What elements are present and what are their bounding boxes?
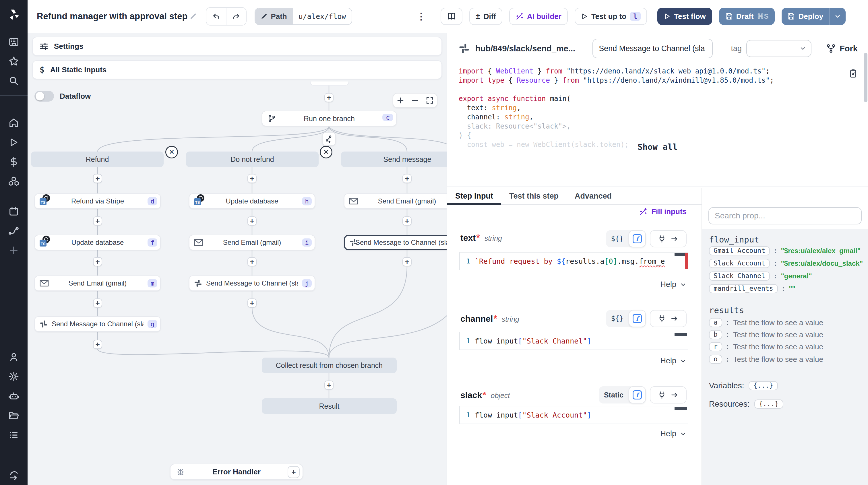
- tab-advanced[interactable]: Advanced: [575, 188, 612, 204]
- redo-button[interactable]: [226, 8, 246, 25]
- search-icon[interactable]: [4, 71, 24, 91]
- deploy-dropdown-chevron-icon[interactable]: [829, 8, 846, 25]
- branch-header-send-message[interactable]: Send message: [341, 152, 447, 167]
- javascript-mode-toggle[interactable]: f: [629, 386, 646, 403]
- edit-title-pencil-icon[interactable]: [190, 13, 197, 20]
- node-refund-via-stripe[interactable]: TS Refund via Stripe d: [34, 193, 161, 209]
- editor-scrollbar-thumb[interactable]: [675, 407, 687, 410]
- folders-icon[interactable]: [4, 406, 24, 425]
- arrow-right-icon[interactable]: [671, 315, 679, 323]
- add-step-button[interactable]: [402, 174, 412, 183]
- add-step-button[interactable]: [247, 216, 257, 226]
- variables-row[interactable]: Variables:{...}: [709, 381, 778, 390]
- arrow-right-icon[interactable]: [671, 235, 679, 243]
- plug-connect-icon[interactable]: [658, 235, 666, 243]
- node-send-email[interactable]: Send Email (gmail): [344, 193, 447, 209]
- template-mode-toggle[interactable]: ${}: [606, 315, 629, 323]
- zoom-in-icon[interactable]: [397, 97, 404, 104]
- channel-expression-editor[interactable]: 1 flow_input["Slack Channel"]: [459, 332, 688, 350]
- add-step-button[interactable]: [93, 174, 102, 183]
- template-mode-toggle[interactable]: ${}: [606, 235, 629, 243]
- workspace-icon[interactable]: [4, 32, 24, 52]
- search-prop-input[interactable]: [708, 207, 862, 224]
- fill-inputs-button[interactable]: Fill inputs: [639, 207, 687, 216]
- node-send-message-to-channel-selected[interactable]: Send Message to Channel (slack): [344, 235, 447, 250]
- copy-code-clipboard-icon[interactable]: [848, 69, 858, 78]
- help-toggle[interactable]: Help: [660, 429, 687, 438]
- add-step-button[interactable]: [93, 298, 102, 308]
- favorites-star-icon[interactable]: [4, 52, 24, 71]
- collect-result-node[interactable]: Collect result from chosen branch: [262, 358, 397, 373]
- text-expression-editor[interactable]: 1 `Refund request by ${results.a[0].msg.…: [459, 252, 688, 270]
- prop-row[interactable]: Gmail Account:"$res:u/alex/alex_gmail": [709, 246, 861, 255]
- plug-connect-icon[interactable]: [658, 315, 666, 323]
- add-step-button[interactable]: [93, 340, 102, 349]
- node-send-message-to-channel[interactable]: Send Message to Channel (slack) j: [189, 276, 315, 291]
- add-step-button[interactable]: [247, 174, 257, 183]
- docs-book-button[interactable]: [441, 8, 462, 25]
- branch-header-refund[interactable]: Refund: [31, 152, 164, 167]
- help-toggle[interactable]: Help: [660, 356, 687, 365]
- undo-button[interactable]: [206, 8, 226, 25]
- windmill-logo-icon[interactable]: [7, 8, 20, 21]
- branch-header-do-not-refund[interactable]: Do not refund: [186, 152, 319, 167]
- path-button[interactable]: Path u/alex/flow: [255, 8, 352, 25]
- account-user-icon[interactable]: [4, 347, 24, 367]
- test-flow-button[interactable]: Test flow: [657, 8, 712, 25]
- create-plus-icon[interactable]: [4, 240, 24, 260]
- remove-branch-button[interactable]: ✕: [320, 146, 332, 158]
- tab-test-this-step[interactable]: Test this step: [509, 188, 559, 204]
- remove-branch-button[interactable]: ✕: [165, 146, 178, 158]
- add-branch-button[interactable]: [322, 132, 336, 146]
- plug-connect-icon[interactable]: [658, 391, 666, 399]
- logout-arrow-icon[interactable]: [4, 465, 24, 485]
- javascript-mode-toggle[interactable]: f: [629, 310, 646, 327]
- add-step-button[interactable]: [247, 298, 257, 308]
- runs-play-icon[interactable]: [4, 133, 24, 152]
- fit-view-icon[interactable]: [426, 97, 433, 104]
- deploy-button[interactable]: Deploy: [782, 8, 829, 25]
- add-step-button[interactable]: [93, 216, 102, 226]
- ai-builder-button[interactable]: AI builder: [509, 8, 568, 25]
- arrow-right-icon[interactable]: [671, 391, 679, 399]
- result-row[interactable]: r:Test the flow to see a value: [709, 342, 823, 351]
- error-handler-node[interactable]: Error Handler +: [170, 464, 303, 480]
- result-row[interactable]: o:Test the flow to see a value: [709, 355, 823, 364]
- window-scrollbar[interactable]: [863, 33, 868, 485]
- settings-gear-icon[interactable]: [4, 367, 24, 386]
- tag-select[interactable]: [746, 40, 811, 57]
- tab-step-input[interactable]: Step Input: [455, 188, 493, 204]
- flow-input-section-title[interactable]: flow_input: [709, 235, 759, 245]
- routes-icon[interactable]: [4, 221, 24, 240]
- hub-script-path[interactable]: hub/849/slack/send_me...: [475, 44, 575, 53]
- workers-robot-icon[interactable]: [4, 386, 24, 406]
- node-update-database[interactable]: TS Update database h: [189, 193, 315, 209]
- node-send-email[interactable]: Send Email (gmail) m: [34, 276, 161, 291]
- run-one-branch-node[interactable]: Run one branch c: [262, 111, 397, 126]
- fork-button[interactable]: Fork: [826, 44, 858, 53]
- add-error-handler-button[interactable]: +: [288, 466, 300, 478]
- test-up-to-button[interactable]: Test up tol: [575, 8, 647, 25]
- result-row[interactable]: a:Test the flow to see a value: [709, 318, 823, 327]
- step-name-input[interactable]: [592, 39, 712, 58]
- add-step-button[interactable]: [324, 93, 334, 102]
- zoom-out-icon[interactable]: [411, 97, 419, 104]
- add-step-button[interactable]: [247, 257, 257, 266]
- resources-cubes-icon[interactable]: [4, 172, 24, 191]
- add-step-button[interactable]: [402, 216, 412, 226]
- static-mode-toggle[interactable]: Static: [599, 391, 629, 399]
- slack-expression-editor[interactable]: 1 flow_input["Slack Account"]: [459, 406, 688, 424]
- schedules-calendar-icon[interactable]: [4, 201, 24, 221]
- javascript-mode-toggle[interactable]: f: [629, 230, 646, 247]
- home-icon[interactable]: [4, 113, 24, 133]
- flow-title[interactable]: Refund manager with approval step: [37, 11, 197, 22]
- diff-button[interactable]: ±Diff: [469, 8, 502, 25]
- editor-scrollbar-thumb[interactable]: [675, 333, 687, 336]
- draft-button[interactable]: Draft⌘S: [719, 8, 775, 25]
- prop-row[interactable]: Slack Account:"$res:u/alex/docu_slack": [709, 259, 863, 268]
- add-step-button[interactable]: [93, 257, 102, 266]
- node-send-message-to-channel[interactable]: Send Message to Channel (slack) g: [34, 316, 161, 332]
- results-section-title[interactable]: results: [709, 305, 744, 315]
- more-options-kebab-icon[interactable]: ⋮: [413, 11, 429, 22]
- dollar-icon[interactable]: [4, 152, 24, 172]
